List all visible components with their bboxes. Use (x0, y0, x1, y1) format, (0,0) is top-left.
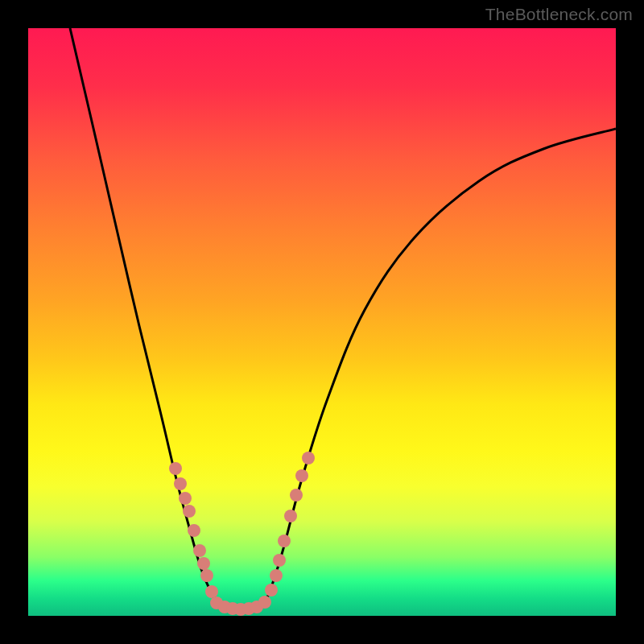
data-marker (302, 452, 315, 464)
data-marker (193, 544, 206, 557)
data-marker (284, 510, 297, 522)
left-branch-path (70, 28, 220, 605)
data-marker (169, 462, 182, 475)
data-marker (258, 596, 271, 609)
curve-layer (28, 28, 616, 616)
markers-bottom (210, 596, 271, 616)
data-marker (265, 584, 278, 597)
data-marker (205, 585, 218, 598)
data-marker (290, 489, 303, 502)
data-marker (197, 557, 210, 570)
data-marker (278, 535, 291, 547)
data-marker (183, 505, 196, 518)
data-marker (174, 477, 187, 490)
right-branch-path (263, 129, 616, 605)
data-marker (188, 524, 200, 537)
markers-left (169, 462, 218, 598)
data-marker (179, 492, 192, 505)
chart-frame: TheBottleneck.com (0, 0, 644, 644)
watermark-text: TheBottleneck.com (485, 5, 633, 24)
plot-area (28, 28, 616, 616)
data-marker (295, 469, 308, 482)
data-marker (270, 569, 283, 582)
data-marker (200, 569, 213, 582)
data-marker (273, 554, 286, 567)
